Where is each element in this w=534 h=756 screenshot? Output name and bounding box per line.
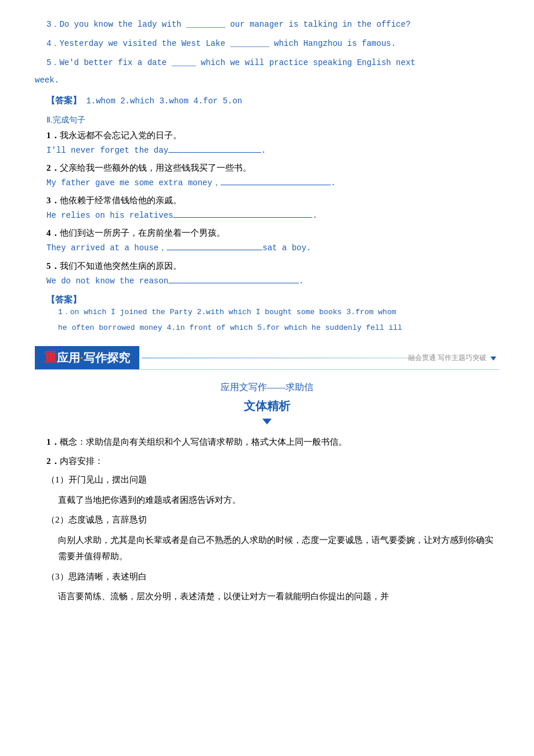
main-content: 3．Do you know the lady with ________ our… — [35, 17, 499, 605]
group2-items: 1．我永远都不会忘记入党的日子。 I'll never forget the d… — [35, 130, 499, 289]
item-1: 1．我永远都不会忘记入党的日子。 I'll never forget the d… — [35, 130, 499, 158]
question-5-line1: 5．We'd better fix a date _____ which we … — [35, 56, 499, 70]
question-5-block: 5．We'd better fix a date _____ which we … — [35, 56, 499, 87]
item-3-english: He relies on his relatives. — [35, 207, 499, 223]
writing-subitem-3: （3）思路清晰，表述明白 — [46, 568, 499, 585]
answer-2-line1: 1．on which I joined the Party 2.with whi… — [46, 305, 499, 319]
question-5-line2: week. — [35, 73, 499, 88]
banner-line — [142, 358, 408, 358]
answer-2-line2: he often borrowed money 4.in front of wh… — [46, 321, 499, 334]
banner-left: 重应用·写作探究 — [35, 346, 139, 369]
item-4-chinese: 4．他们到达一所房子，在房前坐着一个男孩。 — [35, 228, 499, 239]
item-2-chinese: 2．父亲给我一些额外的钱，用这些钱我买了一些书。 — [35, 163, 499, 174]
answer-1: 【答案】 1.whom 2.which 3.whom 4.for 5.on — [46, 93, 499, 109]
writing-main-title: 应用文写作——求助信 — [35, 381, 499, 394]
writing-subitem-2: （2）态度诚恳，言辞恳切 — [46, 512, 499, 528]
item-2: 2．父亲给我一些额外的钱，用这些钱我买了一些书。 My father gave … — [35, 163, 499, 190]
item-5-chinese: 5．我们不知道他突然生病的原因。 — [35, 261, 499, 272]
banner-right-text: 融会贯通 写作主题巧突破 — [408, 353, 499, 363]
item-4-english: They arrived at a house，sat a boy. — [35, 240, 499, 255]
item-5-english: We do not know the reason. — [35, 273, 499, 289]
writing-subitem-1: （1）开门见山，摆出问题 — [46, 471, 499, 488]
writing-subtitle-wrapper: 文体精析 — [35, 398, 499, 424]
question-3: 3．Do you know the lady with ________ our… — [35, 17, 499, 32]
writing-item-2: 2．内容安排： — [35, 453, 499, 470]
banner-arrow-icon — [490, 357, 496, 361]
writing-subitem-2-desc: 向别人求助，尤其是向长辈或者是自己不熟悉的人求助的时候，态度一定要诚恳，语气要委… — [58, 532, 499, 565]
writing-items: 1．概念：求助信是向有关组织和个人写信请求帮助，格式大体上同一般书信。 2．内容… — [35, 434, 499, 605]
item-3-chinese: 3．他依赖于经常借钱给他的亲戚。 — [35, 195, 499, 206]
item-1-english: I'll never forget the day. — [35, 142, 499, 158]
question-4-block: 4．Yesterday we visited the West Lake ___… — [35, 37, 499, 51]
writing-item-1: 1．概念：求助信是向有关组织和个人写信请求帮助，格式大体上同一般书信。 — [35, 434, 499, 451]
item-1-chinese: 1．我永远都不会忘记入党的日子。 — [35, 130, 499, 141]
item-5: 5．我们不知道他突然生病的原因。 We do not know the reas… — [35, 261, 499, 289]
question-4: 4．Yesterday we visited the West Lake ___… — [35, 37, 499, 51]
writing-subitem-1-desc: 直截了当地把你遇到的难题或者困惑告诉对方。 — [58, 492, 499, 509]
writing-subitem-3-desc: 语言要简练、流畅，层次分明，表述清楚，以便让对方一看就能明白你提出的问题，并 — [58, 588, 499, 605]
section-banner: 重应用·写作探究 融会贯通 写作主题巧突破 — [35, 346, 499, 370]
writing-subtitle: 文体精析 — [35, 398, 499, 414]
question-3-block: 3．Do you know the lady with ________ our… — [35, 17, 499, 32]
item-3: 3．他依赖于经常借钱给他的亲戚。 He relies on his relati… — [35, 195, 499, 223]
item-4: 4．他们到达一所房子，在房前坐着一个男孩。 They arrived at a … — [35, 228, 499, 255]
section-2-header: Ⅱ.完成句子 — [46, 115, 499, 125]
subtitle-triangle-icon — [262, 419, 272, 424]
item-2-english: My father gave me some extra money，. — [35, 175, 499, 190]
answer-2: 【答案】 1．on which I joined the Party 2.wit… — [46, 294, 499, 335]
